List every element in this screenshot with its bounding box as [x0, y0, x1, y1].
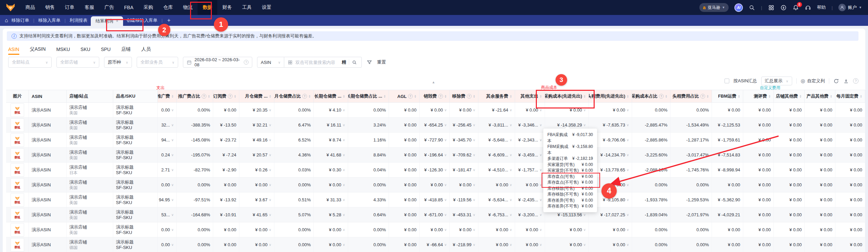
- cell-其余服务费[interactable]: ¥ -6,609...∨: [478, 148, 515, 162]
- expand-caret-icon[interactable]: ∨: [583, 243, 586, 247]
- expand-caret-icon[interactable]: ∨: [540, 153, 542, 157]
- expand-caret-icon[interactable]: ∨: [583, 228, 586, 232]
- cell-销毁费[interactable]: ¥ -126.30∨: [420, 163, 450, 177]
- tab-item-移除入库单[interactable]: 移除入库单: [38, 17, 61, 23]
- expand-caret-icon[interactable]: ∨: [171, 213, 174, 217]
- cell-长期仓储费 ...[interactable]: ¥ 16.11∨: [314, 118, 348, 132]
- tab-人员[interactable]: 人员: [141, 44, 151, 54]
- cell-移除费[interactable]: ¥ -119.56∨: [450, 192, 478, 207]
- exact-match-toggle[interactable]: 精: [342, 59, 346, 65]
- product-thumbnail[interactable]: 赛狐: [11, 178, 24, 192]
- cell-推广费[interactable]: 2.71∨: [158, 163, 177, 177]
- expand-caret-icon[interactable]: ∨: [269, 213, 271, 217]
- cell-长期仓储费 ...[interactable]: ¥ 5.28∨: [314, 207, 348, 222]
- expand-caret-icon[interactable]: ∨: [444, 123, 447, 127]
- search-icon[interactable]: [749, 4, 755, 11]
- column-header-长期仓储费 ...[interactable]: 长期仓储费 ...▲▼: [314, 90, 348, 102]
- column-header-推广费占比[interactable]: 推广费占比?▲▼: [177, 90, 213, 102]
- tab-ASIN[interactable]: ASIN: [8, 45, 19, 54]
- expand-caret-icon[interactable]: ∨: [269, 228, 271, 232]
- expand-caret-icon[interactable]: ∨: [540, 213, 542, 217]
- batch-search-icon[interactable]: [288, 60, 293, 65]
- cell-销毁费[interactable]: ¥ -196.64∨: [420, 148, 450, 162]
- column-header-销毁费[interactable]: 销毁费?▲▼: [420, 90, 450, 102]
- column-header-推广费[interactable]: 推广费▲▼: [158, 90, 177, 102]
- expand-caret-icon[interactable]: ∨: [510, 153, 512, 157]
- expand-caret-icon[interactable]: ∨: [627, 183, 629, 187]
- column-header-订阅费[interactable]: 订阅费?▲▼: [213, 90, 239, 102]
- column-header-移除费[interactable]: 移除费?▲▼: [450, 90, 478, 102]
- notifications-bell-icon[interactable]: 8: [793, 4, 799, 11]
- nav-item-采购[interactable]: 采购: [138, 0, 158, 15]
- nav-item-订单[interactable]: 订单: [60, 0, 80, 15]
- cell-其他支出[interactable]: ¥ 0.00∨: [515, 178, 545, 192]
- account-menu[interactable]: 账户 ▼: [838, 4, 862, 11]
- tab-item-active-结算利润[interactable]: 结算利润×: [91, 16, 123, 26]
- expand-caret-icon[interactable]: ∨: [343, 243, 345, 247]
- expand-caret-icon[interactable]: ∨: [269, 198, 271, 202]
- expand-caret-icon[interactable]: ∨: [343, 168, 345, 172]
- cell-移除费[interactable]: ¥ -218.99∨: [450, 237, 478, 252]
- sort-icon[interactable]: ▲▼: [768, 95, 771, 98]
- shop-select[interactable]: 全部店铺 ∨: [56, 57, 99, 68]
- column-header-AGL[interactable]: AGL?▲▼: [389, 90, 420, 102]
- cell-其余服务费[interactable]: ¥ -21.64∨: [478, 103, 515, 117]
- cell-移除费[interactable]: ¥ 0.00∨: [450, 178, 478, 192]
- cell-月仓储费 ...[interactable]: ¥ 0.00∨: [239, 178, 274, 192]
- nav-item-工具[interactable]: 工具: [237, 0, 257, 15]
- column-header-采购成本占比[interactable]: 采购成本占比?▲▼: [632, 90, 670, 102]
- cell-推广费[interactable]: 94.95∨: [158, 192, 177, 207]
- expand-caret-icon[interactable]: ∨: [444, 138, 447, 142]
- expand-caret-icon[interactable]: ∨: [171, 243, 174, 247]
- cell-其他支出[interactable]: ¥ -3,459...∨: [515, 148, 545, 162]
- sort-icon[interactable]: ▲▼: [208, 95, 210, 98]
- product-thumbnail[interactable]: 赛狐: [11, 148, 24, 162]
- cell-移除费[interactable]: ¥ -345.70∨: [450, 133, 478, 147]
- nav-item-销售[interactable]: 销售: [40, 0, 60, 15]
- cell-头程费用(先进先出)[interactable]: ¥ 0.00∨: [589, 237, 632, 252]
- cell-销毁费[interactable]: ¥ 0.00∨: [420, 178, 450, 192]
- cell-销毁费[interactable]: ¥ -654.25∨: [420, 118, 450, 132]
- cell-推广费[interactable]: 0.00∨: [158, 178, 177, 192]
- sort-icon[interactable]: ▲▼: [738, 95, 740, 98]
- column-help-icon[interactable]: ?: [438, 94, 443, 99]
- download-center-icon[interactable]: [780, 4, 787, 11]
- sort-icon[interactable]: ▲▼: [510, 95, 512, 98]
- tab-item-创建移除入库单[interactable]: 创建移除入库单: [126, 17, 157, 23]
- expand-caret-icon[interactable]: ∨: [627, 123, 629, 127]
- sort-icon[interactable]: ▲▼: [308, 95, 311, 98]
- cell-其余服务费[interactable]: ¥ 0.00∨: [478, 237, 515, 252]
- expand-caret-icon[interactable]: ∨: [171, 138, 174, 142]
- product-thumbnail[interactable]: 赛狐: [11, 208, 24, 222]
- cell-推广费[interactable]: 32...∨: [158, 118, 177, 132]
- date-range-picker[interactable]: 2026-03-02 ~ 2026-03-08 ?: [183, 57, 252, 68]
- product-thumbnail[interactable]: 赛狐: [11, 163, 24, 177]
- home-icon[interactable]: ⌂: [5, 17, 8, 23]
- marketplace-switcher[interactable]: a 亚马逊 ▼: [699, 3, 729, 12]
- expand-caret-icon[interactable]: ∨: [269, 168, 271, 172]
- column-header-头程费用(先进先出)[interactable]: 头程费用(先进先出)▲▼: [589, 90, 632, 102]
- expand-caret-icon[interactable]: ∨: [473, 243, 475, 247]
- sort-icon[interactable]: ▲▼: [540, 95, 542, 98]
- cell-其他支出[interactable]: ¥ -1,757...∨: [515, 163, 545, 177]
- expand-caret-icon[interactable]: ∨: [444, 198, 447, 202]
- cell-推广费[interactable]: 0.00∨: [158, 222, 177, 237]
- expand-caret-icon[interactable]: ∨: [343, 228, 345, 232]
- site-select[interactable]: 全部站点 ∨: [8, 57, 52, 68]
- expand-caret-icon[interactable]: ∨: [473, 213, 475, 217]
- cell-月仓储费 ...[interactable]: ¥ 0.26∨: [239, 163, 274, 177]
- cell-其余服务费[interactable]: ¥ -5,634...∨: [478, 192, 515, 207]
- cell-销毁费[interactable]: ¥ -671.00∨: [420, 207, 450, 222]
- expand-caret-icon[interactable]: ∨: [269, 138, 271, 142]
- expand-caret-icon[interactable]: ∨: [343, 138, 345, 142]
- sort-icon[interactable]: ▲▼: [830, 95, 832, 98]
- sort-icon[interactable]: ▲▼: [234, 95, 236, 98]
- cell-月仓储费 ...[interactable]: ¥ 0.00∨: [239, 237, 274, 252]
- cell-移除费[interactable]: ¥ 0.00∨: [450, 103, 478, 117]
- nav-item-仓库[interactable]: 仓库: [158, 0, 178, 15]
- cell-销毁费[interactable]: ¥ 0.00∨: [420, 222, 450, 237]
- expand-caret-icon[interactable]: ∨: [627, 243, 629, 247]
- summarize-by-asin-checkbox[interactable]: [725, 79, 729, 83]
- expand-caret-icon[interactable]: ∨: [510, 108, 512, 112]
- search-type-select[interactable]: ASIN ∨: [257, 57, 284, 68]
